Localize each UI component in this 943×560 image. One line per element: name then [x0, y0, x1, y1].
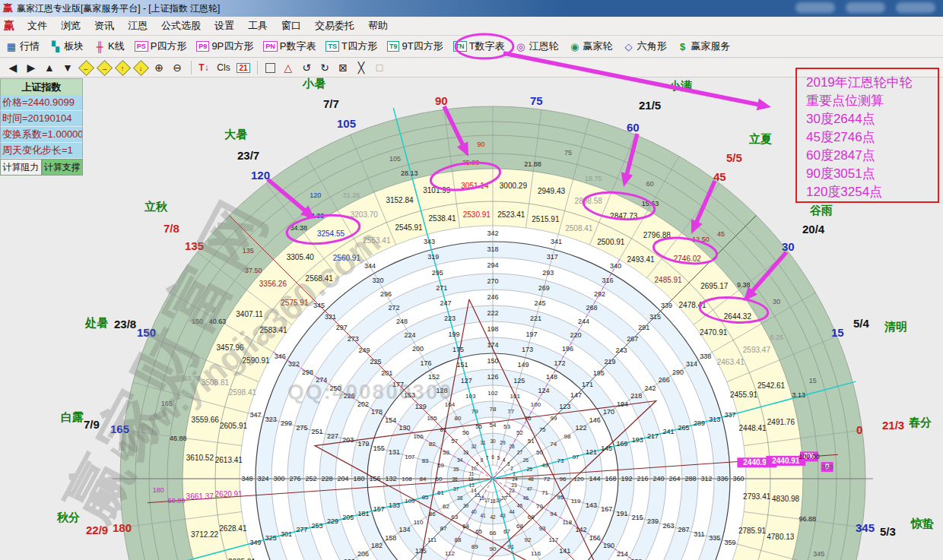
svg-text:12.50: 12.50	[692, 236, 710, 243]
menu-item-help[interactable]: 帮助	[361, 18, 395, 33]
toolbar-item-9t-square[interactable]: T99T四方形	[385, 39, 446, 54]
svg-text:105: 105	[389, 155, 401, 163]
svg-text:80: 80	[455, 415, 462, 422]
svg-text:108: 108	[402, 476, 412, 482]
svg-text:172: 172	[554, 359, 565, 367]
draw-tool-rotate-ccw[interactable]: ↺	[298, 60, 315, 75]
svg-text:2545.91: 2545.91	[395, 223, 424, 232]
draw-tool-triangle-tool[interactable]: △	[280, 60, 297, 75]
svg-text:8: 8	[481, 457, 484, 463]
draw-tool-box-zoom[interactable]: ⊠	[335, 60, 351, 75]
menu-item-settings[interactable]: 设置	[208, 18, 241, 33]
svg-text:61: 61	[437, 489, 444, 496]
toolbar-item-winner-wheel[interactable]: ◉赢家轮	[567, 39, 615, 54]
quotes-icon: ▦	[5, 41, 17, 52]
svg-text:96.88: 96.88	[799, 515, 816, 523]
draw-tool-scatter-tool[interactable]: ╳	[353, 60, 370, 75]
svg-text:3203.70: 3203.70	[351, 210, 379, 219]
toolbar-item-p-number-table[interactable]: PNP数字表	[261, 39, 318, 54]
menu-item-window[interactable]: 窗口	[275, 18, 308, 33]
draw-tool-rotate-cw[interactable]: ↻	[316, 60, 333, 75]
menu-item-file[interactable]: 文件	[21, 18, 54, 33]
svg-text:3305.40: 3305.40	[287, 253, 315, 261]
draw-tool-rect-tool[interactable]	[262, 60, 278, 75]
draw-tool-nav-up[interactable]: ▲	[41, 60, 58, 75]
menu-item-trade-order[interactable]: 交易委托	[308, 18, 361, 33]
draw-tool-nav-left[interactable]: ◀	[5, 60, 21, 75]
svg-text:224: 224	[404, 331, 415, 339]
svg-text:50.00: 50.00	[168, 497, 186, 505]
svg-text:199: 199	[448, 331, 459, 338]
draw-tool-t-range[interactable]: T↓	[195, 60, 212, 75]
menu-item-tools[interactable]: 工具	[241, 18, 275, 33]
menu-item-gann[interactable]: 江恩	[121, 18, 154, 33]
svg-text:55: 55	[475, 423, 482, 430]
svg-text:60: 60	[627, 121, 640, 134]
draw-tool-polygon-pin[interactable]: □	[371, 60, 388, 75]
svg-text:秋分: 秋分	[56, 511, 80, 524]
toolbar-item-kline[interactable]: ╫K线	[91, 39, 127, 54]
svg-text:345: 345	[856, 521, 875, 534]
svg-text:21/5: 21/5	[639, 99, 661, 112]
toolbar-item-t-square[interactable]: TST四方形	[323, 39, 379, 54]
toolbar-item-t-number-table[interactable]: TNT数字表	[451, 39, 507, 54]
draw-tool-nav-down[interactable]: ▼	[59, 60, 76, 75]
svg-text:244: 244	[578, 318, 589, 325]
menu-item-news[interactable]: 资讯	[87, 18, 121, 33]
draw-tool-calendar[interactable]: 21	[235, 60, 252, 75]
svg-text:181: 181	[357, 510, 369, 517]
svg-text:2898.58: 2898.58	[575, 197, 603, 205]
draw-tool-diamond-up[interactable]: ↑	[114, 60, 131, 75]
svg-text:167: 167	[601, 505, 612, 513]
svg-text:251: 251	[312, 428, 323, 435]
toolbar-item-gann-wheel[interactable]: ◎江恩轮	[513, 39, 561, 54]
toolbar-item-p-square[interactable]: PSP四方形	[132, 39, 189, 54]
svg-text:103: 103	[465, 393, 476, 400]
svg-text:54: 54	[490, 422, 497, 429]
svg-text:214: 214	[617, 550, 628, 558]
svg-text:30: 30	[773, 298, 780, 305]
toolbar-item-hexagon[interactable]: ◇六角形	[621, 39, 669, 54]
draw-tool-zoom-in[interactable]: ⊕	[151, 60, 167, 75]
draw-tool-diamond-down[interactable]: ↓	[132, 60, 149, 75]
svg-text:58: 58	[443, 449, 449, 456]
menu-item-view[interactable]: 浏览	[54, 18, 87, 33]
price-row: 价格=2440.9099	[0, 95, 83, 111]
svg-text:338: 338	[700, 353, 711, 360]
step-row: 周天变化步长=1	[0, 143, 83, 159]
svg-text:2605.91: 2605.91	[220, 422, 248, 430]
calc-support-button[interactable]: 计算支撑	[42, 159, 84, 176]
draw-tool-zoom-out[interactable]: ⊖	[169, 60, 186, 75]
kline-icon: ╫	[94, 41, 106, 52]
svg-text:165: 165	[161, 400, 173, 407]
svg-text:270: 270	[487, 277, 498, 285]
svg-text:45: 45	[717, 230, 725, 238]
draw-tool-diamond-left[interactable]: ←	[78, 60, 94, 75]
draw-tool-diamond-right[interactable]: →	[96, 60, 113, 75]
svg-text:2: 2	[510, 466, 513, 471]
svg-text:118: 118	[563, 519, 573, 526]
svg-text:157: 157	[373, 505, 385, 513]
toolbar-item-sectors[interactable]: ▚板块	[47, 39, 86, 54]
draw-tool-nav-right[interactable]: ▶	[23, 60, 40, 75]
toolbar-item-quotes[interactable]: ▦行情	[3, 39, 42, 54]
svg-text:23/8: 23/8	[114, 318, 136, 331]
svg-text:78: 78	[490, 406, 497, 413]
svg-text:194: 194	[617, 400, 628, 408]
draw-tool-cls[interactable]: Cls	[214, 60, 233, 75]
annotation-line: 重要点位测算	[806, 92, 938, 110]
svg-text:36: 36	[452, 476, 458, 482]
svg-text:47: 47	[527, 486, 533, 492]
toolbar-item-9p-square[interactable]: P99P四方形	[194, 39, 256, 54]
instrument-panel: 上证指数 价格=2440.9099 时间=20190104 变换系数=1.000…	[0, 78, 83, 176]
svg-text:1: 1	[513, 471, 516, 476]
svg-text:7/7: 7/7	[323, 97, 339, 110]
svg-text:226: 226	[344, 392, 355, 400]
svg-text:82: 82	[429, 441, 436, 448]
svg-text:45: 45	[517, 503, 523, 508]
toolbar-item-winner-service[interactable]: $赢家服务	[675, 39, 733, 54]
svg-text:299: 299	[281, 419, 292, 427]
calc-resistance-button[interactable]: 计算阻力	[0, 159, 42, 176]
svg-text:18: 18	[490, 498, 496, 504]
menu-item-formula-stock-pick[interactable]: 公式选股	[154, 18, 208, 33]
